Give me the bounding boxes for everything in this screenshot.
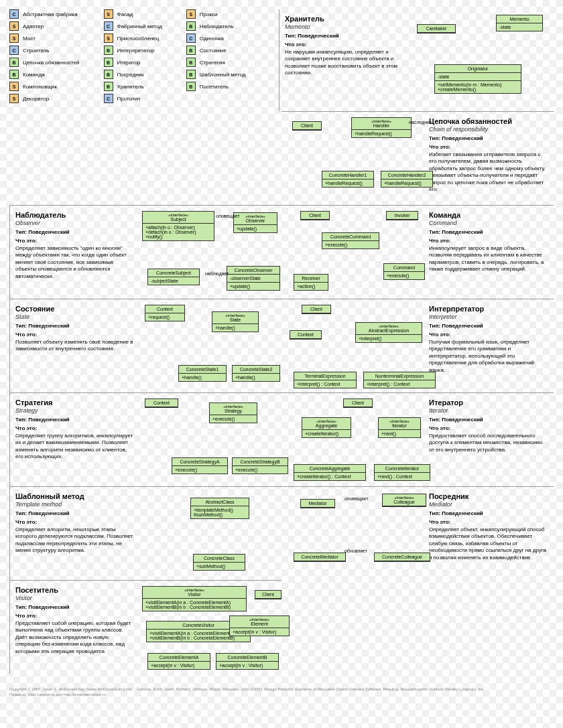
uml-annotation: обновляет (345, 549, 367, 553)
uml-member: +execute() (210, 415, 257, 423)
pattern-type-badge: S (186, 9, 196, 19)
uml-class-box: ConcreteStrategyB+execute() (232, 457, 288, 474)
legend-item: BИтератор (104, 58, 162, 67)
pattern-what-label: Что это: (15, 613, 37, 619)
uml-member: +handle() (212, 324, 258, 332)
pattern-type-badge: B (104, 46, 113, 55)
uml-class-box: ConcreteIterator+next() : Context (374, 464, 430, 481)
legend-label: Наблюдатель (200, 23, 233, 29)
uml-class-name: Client (304, 213, 326, 218)
pattern-type-badge: S (9, 94, 19, 103)
uml-member: +visitElementA(in a : ConcreteElementA) … (143, 599, 246, 611)
legend-item: CСтроитель (9, 46, 80, 55)
pattern-type-badge: S (9, 21, 19, 31)
uml-member: +execute() (384, 272, 424, 279)
pattern-section: Client«interface»Handler+handleRequest()… (282, 111, 554, 205)
legend-item: CФабричный метод (104, 21, 162, 31)
uml-class-box: ConcreteElementA+accept(in v : Visitor) (147, 653, 210, 670)
uml-class-name: Context (148, 307, 182, 311)
legend-label: Шаблонный метод (200, 72, 246, 78)
uml-class-name: ConcreteElementA (151, 655, 207, 660)
uml-annotation: оповещает (216, 214, 240, 218)
uml-class-name: ConcreteStrategyB (235, 459, 285, 464)
legend-item: BПосредник (104, 70, 162, 79)
uml-class-name: Context (148, 401, 175, 405)
pattern-type-badge: B (9, 58, 19, 67)
uml-member: +execute() (322, 241, 379, 248)
uml-class-box: Context (145, 398, 178, 408)
uml-class-box: Context+request() (145, 305, 185, 321)
uml-class-box: ConcreteElementB+accept(in v : Visitor) (216, 653, 279, 670)
uml-class-box: ConcreteHandler2+handleRequest() (381, 171, 433, 188)
pattern-type-badge: C (104, 94, 113, 103)
uml-diagram: ClientInvokerConcreteCommand+execute()Co… (284, 211, 421, 293)
uml-class-name: Element (233, 622, 286, 626)
legend-item: SКомпоновщик (9, 82, 80, 91)
uml-class-box: ConcreteState1+handle() (178, 365, 227, 382)
legend-item: SФасад (104, 9, 162, 19)
pattern-type-badge: B (186, 21, 196, 31)
uml-member: -state (497, 23, 542, 31)
pattern-description: Избегает связывания отправителя запроса … (429, 151, 548, 193)
pattern-type-badge: B (186, 82, 196, 91)
pattern-section: ХранительMementoТип: ПоведенческийЧто эт… (279, 9, 554, 111)
pattern-title: Хранитель (285, 15, 406, 23)
footer-credits: Copyright © 2007 Jason S. McDonald http:… (0, 683, 563, 702)
uml-member: +templateMethod() #subMethod() (191, 506, 249, 518)
legend-label: Цепочка обязанностей (23, 60, 80, 66)
uml-diagram: «interface»Subject+attach(in o : Observe… (142, 211, 279, 293)
pattern-what-label: Что это: (15, 425, 37, 431)
pattern-type-badge: B (104, 70, 113, 79)
legend-label: Команда (23, 72, 45, 78)
uml-class-name: ConcreteObserver (230, 268, 277, 273)
uml-class-name: Handler (355, 123, 408, 128)
uml-class-name: Iterator (381, 423, 418, 428)
uml-member: +handle() (179, 374, 226, 381)
uml-diagram: Context«interface»Strategy+execute()Conc… (142, 398, 279, 481)
uml-class-name: ConcreteClass (196, 556, 242, 561)
legend-item: BШаблонный метод (186, 70, 246, 79)
uml-class-box: Client (343, 398, 373, 408)
pattern-description: Определяет объект, инкапсулирующий спосо… (429, 526, 548, 561)
uml-class-box: ConcreteAggregate+createIterator() : Con… (294, 464, 366, 481)
pattern-section: СтратегияStrategyТип: ПоведенческийЧто э… (9, 392, 282, 486)
legend-item: CАбстрактная фабрика (9, 9, 80, 19)
uml-member: +handleRequest() (381, 179, 432, 187)
uml-class-box: ConcreteSubject-subjectState (147, 269, 200, 285)
legend-label: Адаптер (23, 23, 44, 29)
legend-item: SДекоратор (9, 94, 80, 103)
uml-class-name: ConcreteState2 (235, 367, 277, 372)
uml-member: +interpret() (356, 335, 422, 342)
uml-member: +next() : Context (375, 473, 430, 480)
legend-label: Декоратор (23, 96, 49, 102)
uml-class-name: Invoker (389, 213, 415, 218)
pattern-legend: CАбстрактная фабрикаSАдаптерSМостCСтроит… (9, 9, 246, 103)
uml-class-box: Memento-state (496, 15, 543, 31)
uml-member: +subMethod() (194, 563, 245, 570)
uml-class-name: ConcreteElementB (219, 655, 275, 660)
pattern-type-badge: C (186, 33, 196, 43)
pattern-subtitle: State (15, 313, 134, 320)
uml-class-box: «interface»Iterator+next() (378, 417, 421, 438)
pattern-type-badge: B (186, 58, 196, 67)
legend-item: BИнтерпретатор (104, 46, 162, 55)
pattern-description: Представляет собой операцию, которая буд… (15, 620, 134, 655)
uml-diagram: Client«interface»Handler+handleRequest()… (284, 117, 421, 200)
uml-class-name: Client (347, 401, 369, 405)
pattern-description: Инкапсулирует запрос в виде объекта, поз… (429, 245, 548, 273)
uml-class-box: ConcreteColleague (374, 553, 430, 562)
pattern-type-label: Тип: Поведенческий (15, 323, 70, 329)
uml-class-name: Caretaker (420, 26, 452, 31)
legend-item: BКоманда (9, 70, 80, 79)
legend-label: Посетитель (200, 84, 229, 90)
uml-class-box: «interface»Subject+attach(in o : Observe… (142, 211, 214, 241)
pattern-section: ПосетительVisitorТип: ПоведенческийЧто э… (9, 580, 282, 674)
uml-class-box: Command+execute() (383, 263, 425, 280)
pattern-type-badge: C (104, 21, 113, 31)
pattern-section: СостояниеStateТип: ПоведенческийЧто это:… (9, 299, 282, 392)
uml-class-name: Visitor (145, 592, 243, 597)
patterns-grid: Client«interface»Handler+handleRequest()… (9, 111, 554, 674)
uml-diagram: «interface»Visitor+visitElementA(in a : … (142, 586, 279, 668)
legend-item: BСтратегия (186, 58, 246, 67)
uml-class-name: Mediator (304, 501, 332, 506)
